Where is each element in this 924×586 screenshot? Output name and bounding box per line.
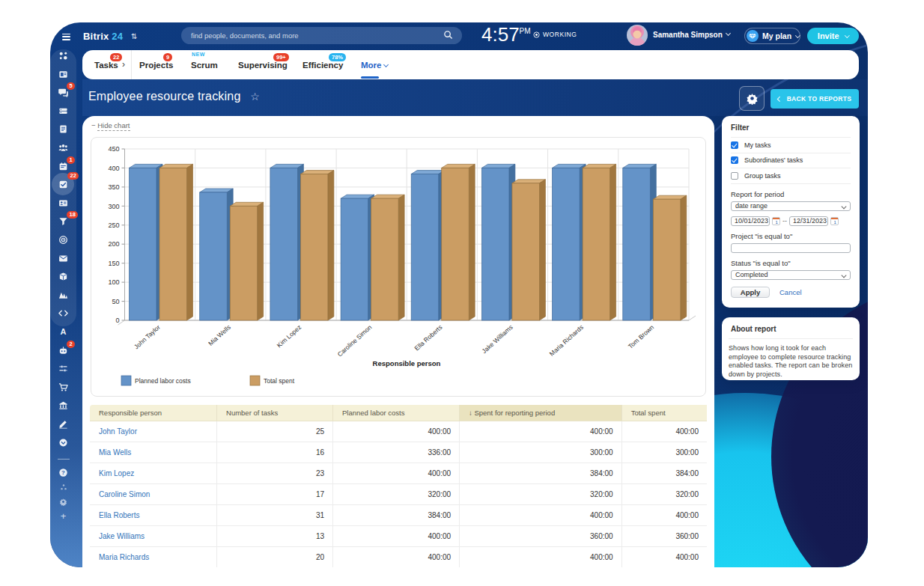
svg-text:Total spent: Total spent <box>264 377 295 385</box>
svg-text:250: 250 <box>108 222 119 229</box>
svg-text:John Taylor: John Taylor <box>133 323 162 351</box>
svg-text:Caroline Simon: Caroline Simon <box>336 323 374 358</box>
svg-text:?: ? <box>61 469 65 476</box>
svg-text:200: 200 <box>108 240 119 248</box>
svg-text:Responsible person: Responsible person <box>373 359 441 367</box>
svg-text:0: 0 <box>115 317 119 324</box>
svg-text:150: 150 <box>108 260 119 267</box>
svg-text:50: 50 <box>112 298 119 305</box>
svg-text:Maria Richards: Maria Richards <box>548 323 585 358</box>
svg-text:Mia Wells: Mia Wells <box>207 323 232 347</box>
svg-text:Tom Brown: Tom Brown <box>627 323 655 350</box>
svg-text:450: 450 <box>108 145 119 153</box>
svg-text:Kim Lopez: Kim Lopez <box>276 323 303 349</box>
svg-text:300: 300 <box>108 203 119 210</box>
svg-text:Ella Roberts: Ella Roberts <box>413 323 443 352</box>
svg-text:400: 400 <box>108 165 119 172</box>
svg-text:350: 350 <box>108 183 119 191</box>
svg-text:Planned labor costs: Planned labor costs <box>135 377 191 385</box>
svg-text:100: 100 <box>108 278 119 286</box>
svg-text:Jake Williams: Jake Williams <box>480 323 514 355</box>
